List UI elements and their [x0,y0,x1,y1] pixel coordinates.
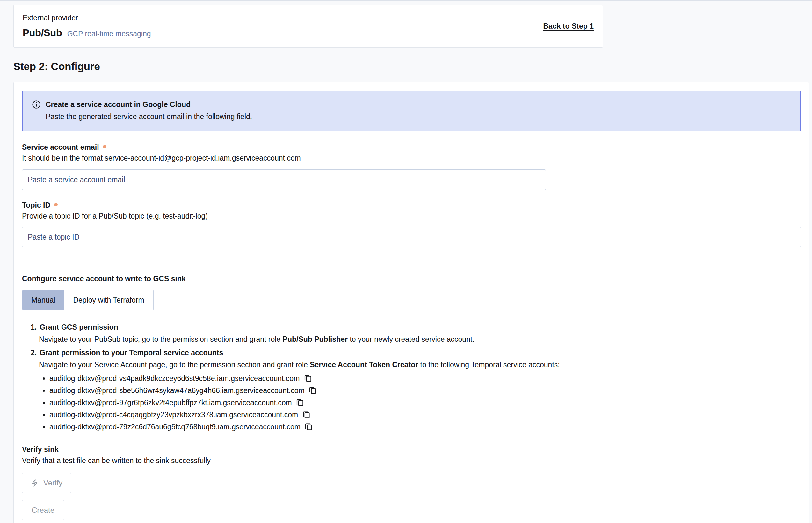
back-to-step-1-link[interactable]: Back to Step 1 [543,22,594,31]
service-account-email-input[interactable] [22,169,546,190]
info-banner: Create a service account in Google Cloud… [22,91,801,131]
temporal-service-account-list: auditlog-dktxv@prod-vs4padk9dkczcey6d6st… [39,372,801,433]
list-item: auditlog-dktxv@prod-79z2c6d76au6g5fcq768… [49,421,801,433]
copy-icon[interactable] [296,398,304,407]
topic-id-input[interactable] [22,227,801,247]
service-account-email: auditlog-dktxv@prod-sbe56h6wr4sykaw47a6y… [49,384,305,397]
service-account-email: auditlog-dktxv@prod-79z2c6d76au6g5fcq768… [49,421,301,433]
info-banner-title: Create a service account in Google Cloud [46,100,191,109]
info-icon [32,100,41,109]
service-account-email-label: Service account email [22,143,99,151]
page-title: Step 2: Configure [13,60,812,73]
provider-card: External provider Pub/Sub GCP real-time … [13,5,603,48]
service-account-email: auditlog-dktxv@prod-97gr6tp6zkv2t4epubff… [49,397,292,409]
step-2-body: Navigate to your Service Account page, g… [39,360,801,433]
section-divider [22,436,801,436]
provider-info: External provider Pub/Sub GCP real-time … [23,14,151,39]
copy-icon[interactable] [308,386,317,395]
copy-icon[interactable] [303,374,312,383]
step-1-title: 1. Grant GCS permission [31,323,801,331]
topic-id-helper: Provide a topic ID for a Pub/Sub topic (… [22,212,801,220]
service-account-email-helper: It should be in the format service-accou… [22,154,801,162]
sink-config-tabs: Manual Deploy with Terraform [22,290,154,310]
configure-section-title: Configure service account to write to GC… [22,274,801,283]
configure-form-card: Create a service account in Google Cloud… [13,82,809,523]
create-button[interactable]: Create [22,500,64,520]
lightning-icon [31,479,39,487]
copy-icon[interactable] [302,411,311,419]
provider-description: GCP real-time messaging [67,30,151,38]
required-indicator [103,145,106,148]
verify-button[interactable]: Verify [22,473,71,493]
list-item: auditlog-dktxv@prod-97gr6tp6zkv2t4epubff… [49,397,801,409]
step-1-number: 1. [31,323,37,331]
service-account-email: auditlog-dktxv@prod-vs4padk9dkczcey6d6st… [49,372,300,384]
copy-icon[interactable] [304,423,313,431]
provider-eyebrow: External provider [23,14,151,22]
required-indicator [54,203,58,206]
tab-deploy-with-terraform[interactable]: Deploy with Terraform [64,290,153,310]
list-item: auditlog-dktxv@prod-sbe56h6wr4sykaw47a6y… [49,384,801,397]
info-banner-body: Paste the generated service account emai… [46,112,791,121]
step-2-number: 2. [31,348,37,357]
tab-manual[interactable]: Manual [22,290,64,310]
section-divider [22,262,801,262]
verify-sink-title: Verify sink [22,445,801,454]
service-account-email: auditlog-dktxv@prod-c4cqaqgbfzy23vpzkbxz… [49,409,298,421]
provider-name: Pub/Sub [23,28,62,39]
list-item: auditlog-dktxv@prod-vs4padk9dkczcey6d6st… [49,372,801,384]
list-item: auditlog-dktxv@prod-c4cqaqgbfzy23vpzkbxz… [49,409,801,421]
verify-sink-subtitle: Verify that a test file can be written t… [22,456,801,465]
step-1-body: Navigate to your PubSub topic, go to the… [39,335,801,344]
topic-id-label: Topic ID [22,201,50,210]
manual-instructions: 1. Grant GCS permission Navigate to your… [31,323,801,433]
step-2-title: 2. Grant permission to your Temporal ser… [31,348,801,357]
